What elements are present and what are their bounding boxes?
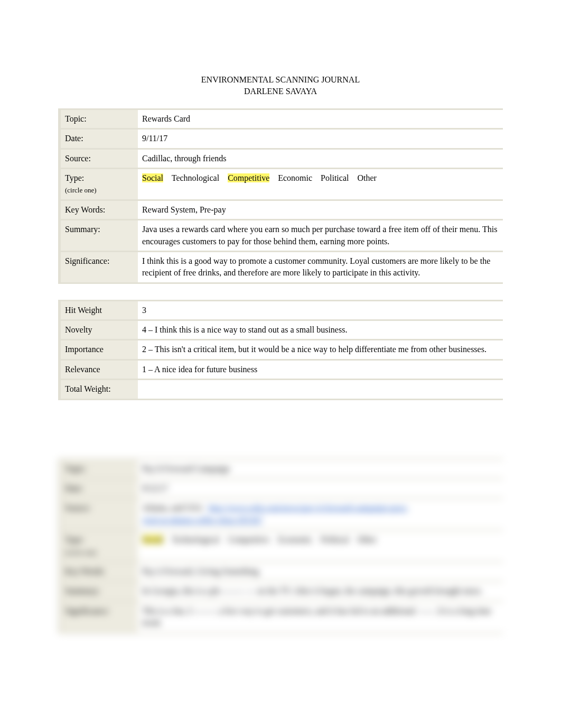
label-date-2: Date: xyxy=(58,478,138,497)
row-type: Type: (circle one) Social Technological … xyxy=(58,168,503,199)
row-source: Source: Cadillac, through friends xyxy=(58,148,503,168)
value-type: Social Technological Competitive Economi… xyxy=(138,168,503,199)
row-novelty: Novelty 4 – I think this is a nice way t… xyxy=(58,319,503,339)
label-type-2-line1: Type: xyxy=(65,535,84,544)
value-topic: Rewards Card xyxy=(138,108,503,128)
type2-option-other: Other xyxy=(357,535,376,544)
value-type-2: Social Technological Competitive Economi… xyxy=(138,529,503,561)
row-total-weight: Total Weight: xyxy=(58,379,503,400)
label-source: Source: xyxy=(58,148,138,168)
source-2-link-cont[interactable]: viral-at-atlanta-coffee-shop-291567 xyxy=(142,515,263,524)
document-author: DARLENE SAVAYA xyxy=(58,86,503,97)
label-type-line1: Type: xyxy=(65,173,84,182)
row-type-2: Type: (circle one) Social Technological … xyxy=(58,529,503,561)
value-novelty: 4 – I think this is a nice way to stand … xyxy=(138,319,503,339)
source-2-link[interactable]: http://www.wtkr.com/news/pay-it-forward-… xyxy=(208,503,408,512)
type2-option-social: Social xyxy=(142,535,163,544)
row-significance: Significance: I think this is a good way… xyxy=(58,251,503,284)
entry-table-1: Topic: Rewards Card Date: 9/11/17 Source… xyxy=(58,108,503,284)
value-relevance: 1 – A nice idea for future business xyxy=(138,359,503,379)
label-type-2-line2: (circle one) xyxy=(65,548,97,556)
type-option-economic: Economic xyxy=(278,173,312,182)
label-type-line2: (circle one) xyxy=(65,186,97,194)
row-relevance: Relevance 1 – A nice idea for future bus… xyxy=(58,359,503,379)
label-novelty: Novelty xyxy=(58,319,138,339)
type2-option-economic: Economic xyxy=(278,535,312,544)
row-hit-weight: Hit Weight 3 xyxy=(58,300,503,319)
row-topic-2: Topic: Pay It Forward Campaign xyxy=(58,458,503,478)
source-2-text: Atlanta, and USA xyxy=(142,503,202,512)
type2-option-competitive: Competitive xyxy=(228,535,269,544)
type-option-social: Social xyxy=(142,173,163,182)
label-relevance: Relevance xyxy=(58,359,138,379)
row-keywords-2: Key Words: Pay it Forward, Giving Someth… xyxy=(58,561,503,580)
type-option-competitive: Competitive xyxy=(228,173,269,182)
entry-table-2-blurred: Topic: Pay It Forward Campaign Date: 9/1… xyxy=(58,458,503,634)
type-option-political: Political xyxy=(321,173,349,182)
label-hit-weight: Hit Weight xyxy=(58,300,138,319)
value-summary-2: In Georgia, this is a ph——— — on the TV.… xyxy=(138,580,503,600)
type-option-technological: Technological xyxy=(172,173,219,182)
label-summary: Summary: xyxy=(58,219,138,251)
label-type-2: Type: (circle one) xyxy=(58,529,138,561)
document-title: ENVIRONMENTAL SCANNING JOURNAL xyxy=(58,74,503,86)
type2-option-political: Political xyxy=(321,535,349,544)
value-keywords-2: Pay it Forward, Giving Something xyxy=(138,561,503,580)
document-heading: ENVIRONMENTAL SCANNING JOURNAL DARLENE S… xyxy=(58,74,503,98)
label-keywords-2: Key Words: xyxy=(58,561,138,580)
value-summary: Java uses a rewards card where you earn … xyxy=(138,219,503,251)
value-significance: I think this is a good way to promote a … xyxy=(138,251,503,284)
value-significance-2: This is a fun, f——— a free way to get cu… xyxy=(138,601,503,634)
value-hit-weight: 3 xyxy=(138,300,503,319)
label-topic-2: Topic: xyxy=(58,458,138,478)
label-significance: Significance: xyxy=(58,251,138,284)
label-importance: Importance xyxy=(58,339,138,358)
row-summary: Summary: Java uses a rewards card where … xyxy=(58,219,503,251)
label-keywords: Key Words: xyxy=(58,199,138,219)
value-total-weight xyxy=(138,379,503,400)
type-option-other: Other xyxy=(357,173,376,182)
row-topic: Topic: Rewards Card xyxy=(58,108,503,128)
label-significance-2: Significance: xyxy=(58,601,138,634)
label-source-2: Source: xyxy=(58,497,138,529)
value-importance: 2 – This isn't a critical item, but it w… xyxy=(138,339,503,358)
value-date-2: 9/12/17 xyxy=(138,478,503,497)
label-type: Type: (circle one) xyxy=(58,168,138,199)
weights-table: Hit Weight 3 Novelty 4 – I think this is… xyxy=(58,300,503,400)
label-summary-2: Summary: xyxy=(58,580,138,600)
value-keywords: Reward System, Pre-pay xyxy=(138,199,503,219)
value-source-2: Atlanta, and USA http://www.wtkr.com/new… xyxy=(138,497,503,529)
value-topic-2: Pay It Forward Campaign xyxy=(138,458,503,478)
row-importance: Importance 2 – This isn't a critical ite… xyxy=(58,339,503,358)
entry-table-2: Topic: Pay It Forward Campaign Date: 9/1… xyxy=(58,458,503,634)
label-date: Date: xyxy=(58,128,138,148)
label-topic: Topic: xyxy=(58,108,138,128)
row-summary-2: Summary: In Georgia, this is a ph——— — o… xyxy=(58,580,503,600)
value-source: Cadillac, through friends xyxy=(138,148,503,168)
value-date: 9/11/17 xyxy=(138,128,503,148)
label-total-weight: Total Weight: xyxy=(58,379,138,400)
type2-option-technological: Technological xyxy=(172,535,219,544)
row-date: Date: 9/11/17 xyxy=(58,128,503,148)
row-significance-2: Significance: This is a fun, f——— a free… xyxy=(58,601,503,634)
row-source-2: Source: Atlanta, and USA http://www.wtkr… xyxy=(58,497,503,529)
row-date-2: Date: 9/12/17 xyxy=(58,478,503,497)
row-keywords: Key Words: Reward System, Pre-pay xyxy=(58,199,503,219)
